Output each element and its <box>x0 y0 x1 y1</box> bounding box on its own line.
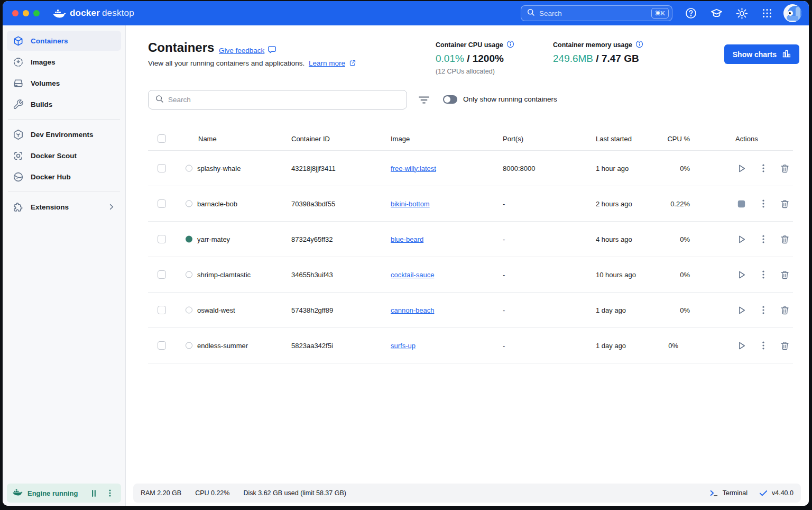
cpu-percent: 0% <box>626 222 690 257</box>
container-ports: - <box>503 222 505 257</box>
image-link[interactable]: free-willy:latest <box>391 151 436 186</box>
table-row: oswald-west 57438h2gff89 cannon-beach - … <box>148 293 793 328</box>
play-container-button[interactable] <box>734 338 749 353</box>
sidebar-item-images[interactable]: Images <box>7 52 121 72</box>
row-checkbox[interactable] <box>158 235 166 243</box>
row-kebab-menu-button[interactable] <box>756 232 771 247</box>
minimize-window-button[interactable] <box>23 10 29 16</box>
app-title: dockerdesktop <box>70 8 134 19</box>
row-kebab-menu-button[interactable] <box>756 303 771 317</box>
filter-icon[interactable] <box>418 94 430 106</box>
row-checkbox[interactable] <box>158 306 166 314</box>
container-name: splashy-whale <box>197 151 241 186</box>
delete-container-button[interactable] <box>777 267 792 282</box>
cpu-usage-value: 0.01% <box>436 53 464 64</box>
container-status-icon <box>186 307 192 314</box>
bar-chart-icon <box>782 49 791 60</box>
container-search-input[interactable] <box>168 96 400 104</box>
learning-center-icon[interactable] <box>707 4 725 22</box>
pause-engine-button[interactable] <box>88 487 99 499</box>
docker-desktop-logo: dockerdesktop <box>52 7 134 19</box>
container-id: 34655h3uif43 <box>291 257 333 292</box>
search-shortcut-badge: ⌘K <box>651 8 669 19</box>
sidebar-divider <box>8 192 120 192</box>
sidebar-item-dev-environments[interactable]: Dev Environments <box>7 124 121 144</box>
external-link-icon <box>349 59 356 68</box>
container-ports: - <box>503 257 505 292</box>
row-checkbox[interactable] <box>158 270 166 279</box>
row-checkbox[interactable] <box>158 341 166 350</box>
user-avatar[interactable] <box>783 4 801 22</box>
global-search-input[interactable] <box>539 10 647 17</box>
delete-container-button[interactable] <box>777 338 792 353</box>
give-feedback-link[interactable]: Give feedback <box>219 47 264 54</box>
info-icon[interactable] <box>506 40 514 50</box>
sidebar-item-label: Extensions <box>31 203 69 211</box>
show-charts-button[interactable]: Show charts <box>724 44 799 64</box>
terminal-button[interactable]: Terminal <box>723 489 748 497</box>
image-link[interactable]: surfs-up <box>391 328 416 363</box>
play-container-button[interactable] <box>734 232 749 247</box>
sidebar-item-containers[interactable]: Containers <box>7 31 121 51</box>
ram-usage: RAM 2.20 GB <box>141 489 181 497</box>
page-subtitle: View all your running containers and app… <box>148 59 356 68</box>
row-kebab-menu-button[interactable] <box>756 267 771 282</box>
image-link[interactable]: cannon-beach <box>391 293 434 327</box>
zoom-window-button[interactable] <box>33 10 40 16</box>
column-header-ports: Port(s) <box>503 127 523 150</box>
engine-kebab-menu-button[interactable] <box>104 487 116 499</box>
container-status-icon <box>186 271 192 278</box>
sidebar-item-builds[interactable]: Builds <box>7 94 121 114</box>
row-checkbox[interactable] <box>158 164 166 172</box>
container-status-icon <box>186 236 192 243</box>
builds-icon <box>12 98 24 110</box>
app-version: v4.40.0 <box>772 489 793 497</box>
running-only-toggle[interactable] <box>443 95 457 104</box>
window-controls <box>12 10 40 16</box>
row-checkbox[interactable] <box>158 199 166 208</box>
engine-status-chip: Engine running <box>7 484 121 503</box>
play-container-button[interactable] <box>734 303 749 317</box>
settings-gear-icon[interactable] <box>733 4 751 22</box>
image-link[interactable]: bikini-bottom <box>391 186 430 221</box>
search-icon <box>155 94 164 105</box>
sidebar-item-label: Containers <box>31 37 68 45</box>
sidebar: Containers Images Volumes Builds Dev Env… <box>3 25 126 506</box>
info-icon[interactable] <box>635 40 643 50</box>
give-feedback: Give feedback <box>219 45 276 56</box>
delete-container-button[interactable] <box>777 303 792 317</box>
sidebar-item-extensions[interactable]: Extensions <box>7 197 121 217</box>
column-header-name: Name <box>198 127 217 150</box>
container-search[interactable] <box>148 90 407 110</box>
row-kebab-menu-button[interactable] <box>756 338 771 353</box>
play-container-button[interactable] <box>734 161 749 176</box>
container-status-icon <box>186 342 192 349</box>
row-kebab-menu-button[interactable] <box>756 196 771 211</box>
close-window-button[interactable] <box>12 10 19 16</box>
page-title: Containers <box>148 40 214 55</box>
containers-icon <box>12 35 24 47</box>
sidebar-item-docker-scout[interactable]: Docker Scout <box>7 145 121 166</box>
sidebar-item-docker-hub[interactable]: Docker Hub <box>7 167 121 187</box>
running-only-toggle-label: Only show running containers <box>463 95 557 103</box>
image-link[interactable]: cocktail-sauce <box>391 257 434 292</box>
sidebar-divider <box>8 119 120 120</box>
delete-container-button[interactable] <box>777 196 792 211</box>
help-icon[interactable] <box>682 4 700 22</box>
delete-container-button[interactable] <box>777 161 792 176</box>
learn-more-link[interactable]: Learn more <box>309 59 345 67</box>
cpu-usage-stat: Container CPU usage 0.01% / 1200% (12 CP… <box>436 40 514 75</box>
container-name: barnacle-bob <box>197 186 237 221</box>
cpu-allocated-note: (12 CPUs allocated) <box>436 68 514 75</box>
dev-environments-icon <box>12 129 24 140</box>
row-kebab-menu-button[interactable] <box>756 161 771 176</box>
delete-container-button[interactable] <box>777 232 792 247</box>
apps-grid-icon[interactable] <box>758 4 776 22</box>
sidebar-item-volumes[interactable]: Volumes <box>7 73 121 93</box>
global-search[interactable]: ⌘K <box>521 5 672 21</box>
image-link[interactable]: blue-beard <box>391 222 423 257</box>
column-header-cpu: CPU % <box>626 127 690 150</box>
stop-container-button[interactable] <box>734 196 749 211</box>
select-all-checkbox[interactable] <box>158 134 166 143</box>
play-container-button[interactable] <box>734 267 749 282</box>
